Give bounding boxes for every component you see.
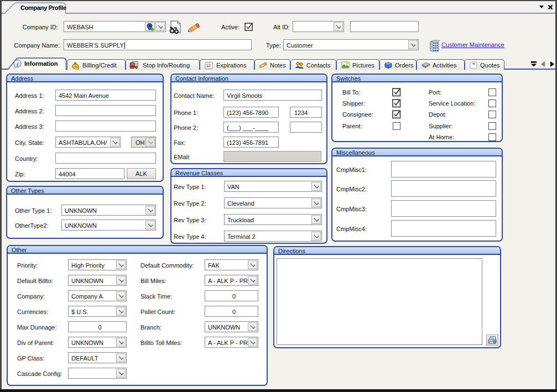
svg-text:12: 12 bbox=[206, 64, 211, 67]
svg-text:": " bbox=[472, 62, 475, 69]
